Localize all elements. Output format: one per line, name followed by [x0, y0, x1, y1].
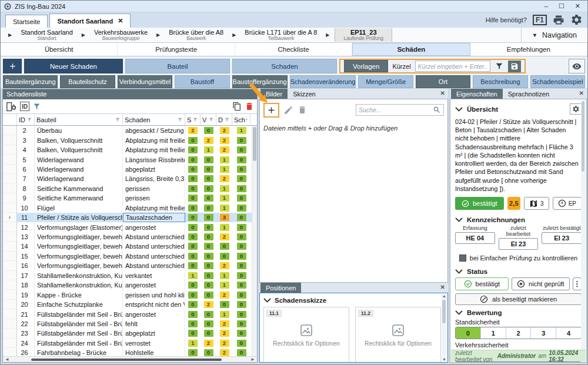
vorlagen-button[interactable]: Vorlagen — [344, 60, 388, 72]
print-icon[interactable] — [553, 14, 564, 26]
kuerzel-input[interactable] — [415, 61, 490, 72]
status-section-header[interactable]: Status — [455, 268, 582, 275]
kennzeichnung-value[interactable]: EI 23 — [542, 232, 582, 244]
column-header-d[interactable]: D — [216, 114, 232, 125]
table-row[interactable]: 22Füllstabgeländer mit Seil - Brückefehl… — [3, 319, 257, 329]
ep-warning-button[interactable]: EP — [553, 197, 582, 210]
tab-standort-saarland[interactable]: Standort Saarland ✕ — [49, 14, 131, 28]
add-file-button[interactable] — [263, 103, 279, 118]
bauteil-button[interactable]: Bauteil — [125, 59, 230, 73]
category-button[interactable]: Menge/Größe — [358, 75, 413, 88]
table-row[interactable]: 12Verformungslager (Elastomer), alls...a… — [3, 222, 257, 232]
table-row[interactable]: 6Widerlagerwandabgeplatzt0010 — [3, 165, 257, 174]
scale-option-3[interactable]: 3 — [531, 327, 556, 339]
page-tab-checkliste[interactable]: Checkliste — [235, 43, 352, 56]
navigation-button[interactable]: ▼ Navigation — [521, 28, 587, 42]
column-header-sch[interactable]: Sch — [232, 114, 250, 125]
table-row[interactable]: 18Stahllamellenkonstruktion, Kunsts...an… — [3, 280, 257, 290]
table-row[interactable]: 5WiderlagerwandLängsrisse Rissbreite 0,1… — [3, 155, 257, 164]
edit-pencil-icon[interactable] — [283, 105, 293, 115]
table-row[interactable]: 21Füllstabgeländer mit Seil - Brückeange… — [3, 309, 257, 319]
scale-option-2[interactable]: 2 — [506, 327, 532, 339]
position-card[interactable]: 11.1Rechtsklick für Optionen — [263, 307, 349, 363]
page-tab-schäden[interactable]: Schäden — [352, 43, 470, 56]
kennzeichnung-value[interactable]: HE 04 — [455, 232, 495, 244]
table-row[interactable]: 24Füllstabgeländer mit Seil - Brückeverr… — [3, 339, 257, 348]
table-row[interactable]: 14Verformungsgleitlager, bewehrt, o...Ab… — [3, 242, 257, 251]
category-button[interactable]: Baustoffergänzung — [232, 75, 288, 88]
tab-skizzen[interactable]: Skizzen — [288, 89, 321, 99]
neuer-schaden-button[interactable]: Neuer Schaden — [24, 59, 123, 73]
maximize-button[interactable]: ☐ — [559, 2, 564, 10]
column-header-schaden[interactable]: Schaden — [123, 114, 185, 125]
table-row[interactable]: 19Kappe - Brückegerissen und hohl klinge… — [3, 290, 257, 299]
minimize-button[interactable]: – — [544, 2, 548, 10]
schadensskizze-group-header[interactable]: Schadensskizze — [263, 295, 444, 306]
copy-icon[interactable] — [232, 102, 242, 111]
scroll-left-icon[interactable]: ◄ — [5, 357, 9, 363]
column-filter-icon[interactable] — [245, 117, 248, 123]
scale-option-1[interactable]: 1 — [481, 327, 506, 339]
kennzeichnungen-section-header[interactable]: Kennzeichnungen — [455, 216, 582, 223]
table-row[interactable]: 2Überbauabgesackt / Setzung2021 — [3, 126, 257, 135]
category-button[interactable]: Bauteilschutz — [60, 75, 115, 88]
scale-option-0[interactable]: 0 — [456, 327, 481, 339]
category-button[interactable]: Schadensbeispiel — [530, 75, 585, 88]
close-panel-icon[interactable]: ✕ — [440, 90, 445, 96]
column-filter-icon[interactable] — [192, 117, 198, 123]
tab-startseite[interactable]: Startseite — [5, 15, 48, 28]
breadcrumb-item[interactable]: Brücke über die A8Bauwerk — [165, 28, 227, 42]
mark-removed-button[interactable]: als beseitigt markieren — [455, 293, 582, 305]
map-positions-button[interactable]: 3 — [524, 197, 549, 210]
breadcrumb-item[interactable]: Brücke L171 über die A 8Teilbauwerk — [241, 28, 320, 42]
table-row[interactable]: ›11Pfeiler / Stütze als VollquerschnittT… — [3, 213, 257, 222]
close-panel-icon[interactable]: ✕ — [440, 284, 445, 290]
add-damage-icon-button[interactable] — [3, 59, 22, 73]
table-row[interactable]: 16Verformungsgleitlager, bewehrt,...Abst… — [3, 261, 257, 270]
positionen-scrollbar[interactable]: ▲▼ — [442, 294, 447, 361]
close-button[interactable]: ✕ — [575, 2, 580, 10]
column-header-bauteil[interactable]: Bauteil — [35, 114, 123, 125]
list-filter-icon[interactable] — [32, 102, 41, 111]
table-horizontal-scrollbar[interactable]: ◄ ► — [3, 356, 257, 362]
delete-trash-icon[interactable] — [245, 102, 254, 111]
category-button[interactable]: Baustoff — [175, 75, 229, 88]
table-row[interactable]: 10FlügelAbplatzung mit freiliegen...0010 — [3, 203, 257, 213]
status-confirm-button[interactable]: bestätigt — [455, 277, 509, 290]
checkbox[interactable] — [459, 255, 466, 262]
page-tab-prüfungstexte[interactable]: Prüfungstexte — [118, 43, 235, 56]
table-row[interactable]: 13Verformungsgleitlager, bewehrt, o...Ab… — [3, 232, 257, 242]
close-panel-icon[interactable]: ✕ — [579, 90, 584, 96]
rating-badge[interactable]: 2,5 — [507, 197, 521, 210]
page-tab-übersicht[interactable]: Übersicht — [1, 43, 118, 56]
confirmed-badge[interactable]: bestätigt — [455, 197, 504, 210]
category-button[interactable]: Beschreibung — [473, 75, 527, 88]
close-tab-icon[interactable]: ✕ — [118, 17, 123, 25]
scale-option-4[interactable]: 4 — [556, 327, 581, 339]
column-settings-icon[interactable] — [6, 102, 17, 112]
position-card[interactable]: 11.2Rechtsklick für Optionen — [355, 307, 441, 363]
delete-trash-icon[interactable] — [298, 105, 307, 115]
table-row[interactable]: 9Seitliche Kammerwandgerissen0010 — [3, 193, 257, 203]
kennzeichnung-value[interactable]: EI 23 — [499, 238, 539, 250]
tab-eigenschaften[interactable]: Eigenschaften — [451, 89, 503, 99]
bewertung-section-header[interactable]: Bewertung — [455, 309, 582, 316]
breadcrumb-item[interactable]: VerkehrsbauwerkeBauwerksgruppe — [91, 28, 151, 42]
scrollbar-thumb[interactable] — [582, 101, 584, 172]
save-template-button[interactable] — [508, 61, 521, 72]
column-filter-icon[interactable] — [115, 117, 121, 123]
id-filter-button[interactable]: ID — [20, 102, 29, 111]
table-row[interactable]: 23Füllstabgeländer mit Seil - Brückeabge… — [3, 329, 257, 338]
table-vertical-scrollbar[interactable] — [252, 126, 257, 356]
tab-sprachnotizen[interactable]: Sprachnotizen — [503, 89, 554, 99]
table-row[interactable]: 15Verformungsgleitlager, bewehrt,...Abst… — [3, 252, 257, 261]
category-button[interactable]: Bauteilergänzung — [3, 75, 58, 88]
status-not-checked-button[interactable]: nicht geprüft — [512, 277, 570, 290]
tab-positionen[interactable]: Positionen — [260, 283, 301, 293]
table-row[interactable]: 4Balken, VollquerschnittAbplatzung mit f… — [3, 145, 257, 155]
breadcrumb-item[interactable]: Standort SaarlandStandort — [17, 28, 76, 42]
uebersicht-section-header[interactable]: Übersicht — [455, 103, 582, 115]
column-filter-icon[interactable] — [26, 117, 32, 123]
visibility-button[interactable] — [569, 59, 585, 73]
settings-gear-icon[interactable] — [570, 14, 583, 26]
